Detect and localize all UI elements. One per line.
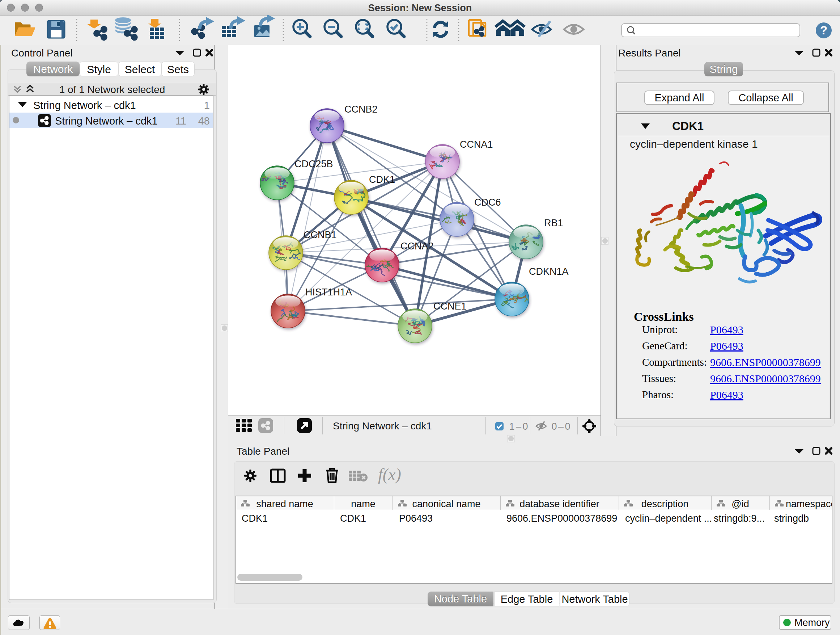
svg-text:CCNB1: CCNB1 xyxy=(303,230,337,241)
svg-text:CCNA2: CCNA2 xyxy=(401,241,434,252)
svg-text:CCNE1: CCNE1 xyxy=(433,301,467,312)
svg-text:RB1: RB1 xyxy=(544,218,563,228)
svg-text:CDKN1A: CDKN1A xyxy=(529,266,569,277)
svg-text:CDC6: CDC6 xyxy=(474,197,501,208)
svg-text:CDC25B: CDC25B xyxy=(294,158,333,169)
svg-text:HIST1H1A: HIST1H1A xyxy=(305,287,352,298)
svg-text:CCNA1: CCNA1 xyxy=(460,139,493,150)
svg-text:CDK1: CDK1 xyxy=(369,174,395,185)
svg-text:CCNB2: CCNB2 xyxy=(344,104,378,115)
